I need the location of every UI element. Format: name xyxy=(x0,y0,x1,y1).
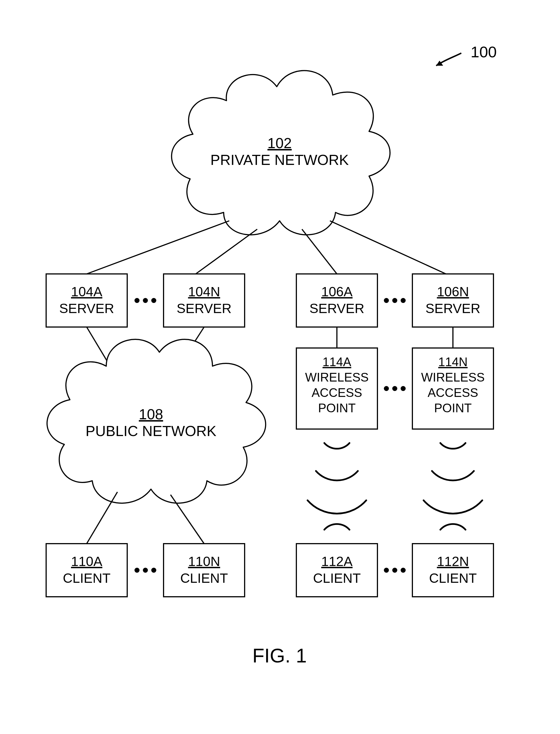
conn-private-to-106n xyxy=(330,221,446,274)
client-110a-label: CLIENT xyxy=(63,571,111,586)
client-112a-ref: 112A xyxy=(321,554,353,569)
svg-point-2 xyxy=(134,298,140,303)
server-104a: 104A SERVER xyxy=(46,274,127,327)
private-network-label: PRIVATE NETWORK xyxy=(211,152,349,168)
figure-ref-pointer: 100 xyxy=(436,43,497,66)
network-diagram: 100 102 PRIVATE NETWORK 104A SERVER 104N… xyxy=(0,0,560,734)
server-104n-ref: 104N xyxy=(188,284,220,299)
server-104a-label: SERVER xyxy=(59,301,114,316)
svg-rect-25 xyxy=(412,544,493,597)
svg-point-8 xyxy=(392,298,397,303)
public-network-cloud: 108 PUBLIC NETWORK xyxy=(47,339,266,503)
server-104n-label: SERVER xyxy=(177,301,232,316)
client-110n-label: CLIENT xyxy=(180,571,228,586)
ellipsis-servers-right xyxy=(384,298,406,303)
client-112n-label: CLIENT xyxy=(429,571,477,586)
client-112a-label: CLIENT xyxy=(313,571,361,586)
svg-rect-1 xyxy=(46,274,127,327)
svg-point-14 xyxy=(401,386,406,391)
client-110a-ref: 110A xyxy=(71,554,102,569)
wap-114a-l1: WIRELESS xyxy=(305,370,368,384)
server-104n: 104N SERVER xyxy=(164,274,245,327)
wap-114n-ref: 114N xyxy=(438,355,467,369)
wap-114a-ref: 114A xyxy=(323,355,351,369)
private-network-cloud: 102 PRIVATE NETWORK xyxy=(172,71,390,235)
wap-114a-l3: POINT xyxy=(318,401,356,415)
svg-point-3 xyxy=(143,298,148,303)
server-106n-label: SERVER xyxy=(426,301,481,316)
svg-point-7 xyxy=(384,298,389,303)
svg-point-12 xyxy=(384,386,389,391)
svg-point-22 xyxy=(384,568,389,573)
figure-ref-label: 100 xyxy=(471,43,497,61)
server-104a-ref: 104A xyxy=(71,284,102,299)
server-106n: 106N SERVER xyxy=(412,274,493,327)
svg-rect-10 xyxy=(412,274,493,327)
private-network-ref: 102 xyxy=(268,135,292,151)
svg-point-13 xyxy=(392,386,397,391)
server-106a-ref: 106A xyxy=(321,284,353,299)
public-network-ref: 108 xyxy=(139,406,163,422)
svg-rect-6 xyxy=(296,274,377,327)
wap-114a-l2: ACCESS xyxy=(312,386,362,399)
conn-private-to-104a xyxy=(87,221,229,274)
svg-rect-5 xyxy=(164,274,245,327)
wap-114n-l3: POINT xyxy=(434,401,472,415)
ellipsis-waps xyxy=(384,386,406,391)
conn-private-to-106a xyxy=(302,229,337,274)
public-network-label: PUBLIC NETWORK xyxy=(86,423,216,439)
client-110n-ref: 110N xyxy=(188,554,220,569)
svg-point-18 xyxy=(143,568,148,573)
svg-point-4 xyxy=(151,298,156,303)
svg-rect-20 xyxy=(164,544,245,597)
server-106a: 106A SERVER xyxy=(296,274,377,327)
svg-point-23 xyxy=(392,568,397,573)
client-110a: 110A CLIENT xyxy=(46,544,127,597)
conn-private-to-104n xyxy=(196,229,257,274)
wap-114n-l2: ACCESS xyxy=(428,386,478,399)
wap-114n: 114N WIRELESS ACCESS POINT xyxy=(412,348,493,429)
figure-caption: FIG. 1 xyxy=(252,645,307,667)
conn-public-to-110a xyxy=(87,492,117,544)
wireless-waves-114n xyxy=(424,443,482,530)
client-110n: 110N CLIENT xyxy=(164,544,245,597)
client-112n: 112N CLIENT xyxy=(412,544,493,597)
wireless-waves-114a xyxy=(308,443,366,530)
ellipsis-clients-right xyxy=(384,568,406,573)
svg-rect-16 xyxy=(46,544,127,597)
wap-114a: 114A WIRELESS ACCESS POINT xyxy=(296,348,377,429)
svg-rect-21 xyxy=(296,544,377,597)
svg-point-17 xyxy=(134,568,140,573)
client-112a: 112A CLIENT xyxy=(296,544,377,597)
client-112n-ref: 112N xyxy=(437,554,469,569)
ellipsis-servers-left xyxy=(134,298,156,303)
svg-point-24 xyxy=(401,568,406,573)
server-106n-ref: 106N xyxy=(437,284,469,299)
wap-114n-l1: WIRELESS xyxy=(421,370,485,384)
server-106a-label: SERVER xyxy=(309,301,365,316)
svg-point-9 xyxy=(401,298,406,303)
ellipsis-clients-left xyxy=(134,568,156,573)
svg-point-19 xyxy=(151,568,156,573)
